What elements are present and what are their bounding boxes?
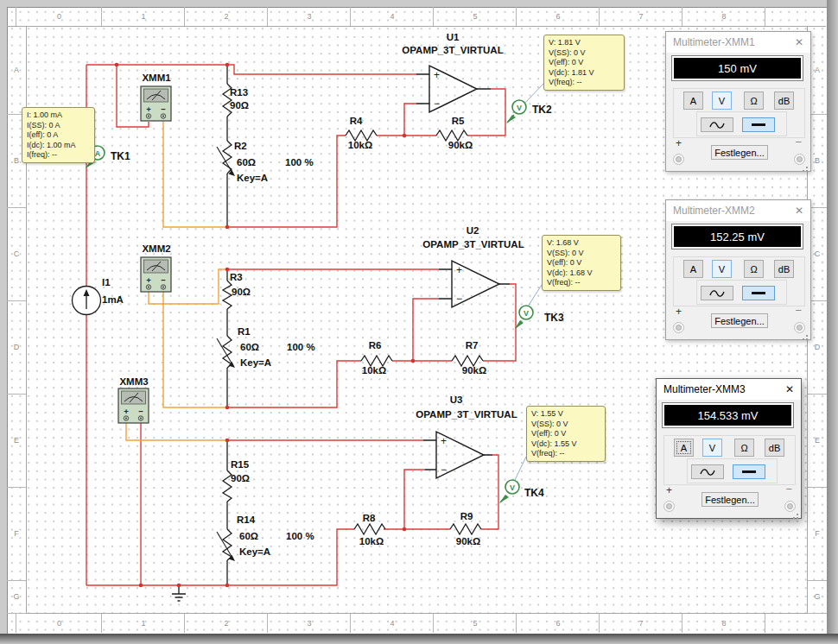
probe-tk2[interactable]: V TK2 (506, 100, 552, 123)
annotation-line: I(freq): -- (27, 150, 90, 161)
svg-text:R8: R8 (363, 513, 376, 523)
svg-text:100 %: 100 % (287, 342, 315, 352)
svg-text:90Ω: 90Ω (230, 100, 249, 110)
svg-text:U2: U2 (467, 225, 479, 236)
close-icon[interactable]: ✕ (795, 36, 803, 48)
svg-text:10kΩ: 10kΩ (348, 140, 372, 150)
multimeter-panel-3: Multimeter-XMM3 ✕ 154.533 mV AVΩdB + − F… (656, 378, 802, 519)
mode-voltage-button[interactable]: V (702, 439, 722, 457)
mode-resistance-button[interactable]: Ω (744, 260, 764, 278)
multimeter-symbol-xmm2[interactable]: XMM2 + − (141, 243, 171, 292)
dc-mode-button[interactable] (742, 117, 775, 132)
annotation-line: V: 1.55 V (531, 409, 600, 420)
probe-annotation-tk3[interactable]: V: 1.68 VV(SS): 0 VV(eff): 0 VV(dc): 1.6… (542, 235, 621, 291)
mode-resistance-button[interactable]: Ω (734, 439, 754, 457)
svg-text:−: − (456, 293, 462, 305)
annotation-line: I(eff): 0 A (27, 130, 90, 141)
multimeter-symbol-xmm1[interactable]: XMM1 + − (141, 73, 171, 121)
svg-text:60Ω: 60Ω (240, 342, 259, 352)
set-button[interactable]: Festlegen... (711, 145, 768, 160)
annotation-line: V(freq): -- (531, 449, 600, 459)
svg-text:OPAMP_3T_VIRTUAL: OPAMP_3T_VIRTUAL (422, 239, 524, 249)
mode-resistance-button[interactable]: Ω (744, 92, 764, 110)
svg-text:100 %: 100 % (286, 531, 314, 541)
resistor-r7[interactable]: R7 90kΩ (452, 340, 486, 376)
panel-titlebar[interactable]: Multimeter-XMM3 ✕ (657, 379, 801, 400)
mode-current-button[interactable]: A (674, 439, 694, 457)
mode-decibel-button[interactable]: dB (774, 260, 794, 278)
svg-text:U1: U1 (447, 32, 460, 42)
dc-line-icon (742, 470, 756, 473)
mode-current-button[interactable]: A (683, 260, 703, 278)
meter-reading: 150 mV (718, 62, 757, 75)
opamp-u2[interactable]: + − U2 OPAMP_3T_VIRTUAL (422, 225, 524, 307)
meter-display: 152.25 mV (671, 224, 803, 249)
svg-text:XMM3: XMM3 (119, 376, 148, 387)
probe-annotation-tk1[interactable]: I: 1.00 mAI(SS): 0 AI(eff): 0 AI(dc): 1.… (22, 107, 95, 163)
dc-line-icon (752, 123, 765, 126)
negative-terminal-label: − (795, 136, 802, 148)
svg-text:A: A (95, 149, 101, 158)
resistor-r9[interactable]: R9 90kΩ (450, 511, 481, 546)
ground-symbol[interactable] (172, 585, 186, 601)
potentiometer-r14[interactable]: R14 60Ω Key=A 100 % (217, 515, 314, 584)
ac-mode-button[interactable] (701, 117, 733, 132)
ac-wave-icon (709, 289, 725, 298)
panel-titlebar[interactable]: Multimeter-XMM1 ✕ (666, 32, 810, 53)
resistor-r8[interactable]: R8 10kΩ (354, 513, 385, 546)
potentiometer-r1[interactable]: R1 60Ω Key=A 100 % (217, 326, 315, 406)
annotation-line: V: 1.68 V (547, 238, 616, 249)
multimeter-panel-2: Multimeter-XMM2 ✕ 152.25 mV AVΩdB + − Fe… (665, 199, 811, 340)
resize-grip[interactable] (797, 514, 798, 515)
mode-voltage-button[interactable]: V (712, 260, 732, 278)
panel-titlebar[interactable]: Multimeter-XMM2 ✕ (666, 200, 810, 221)
probe-annotation-tk4[interactable]: V: 1.55 VV(SS): 0 VV(eff): 0 VV(dc): 1.5… (526, 406, 606, 462)
resistor-r5[interactable]: R5 90kΩ (436, 116, 473, 150)
svg-text:TK1: TK1 (111, 150, 130, 162)
multimeter-symbol-xmm3[interactable]: XMM3 + − (118, 376, 149, 423)
mode-decibel-button[interactable]: dB (765, 439, 784, 457)
svg-text:R2: R2 (234, 141, 247, 151)
resistor-r6[interactable]: R6 10kΩ (361, 340, 392, 376)
probe-tk3[interactable]: V TK3 (515, 306, 564, 329)
mode-current-button[interactable]: A (683, 92, 703, 110)
svg-text:+: + (456, 264, 462, 276)
svg-text:XMM2: XMM2 (142, 243, 170, 254)
resize-grip[interactable] (806, 167, 808, 168)
probe-annotation-tk2[interactable]: V: 1.81 VV(SS): 0 VV(eff): 0 VV(dc): 1.8… (543, 35, 625, 91)
annotation-line: V(SS): 0 V (547, 249, 616, 259)
svg-text:−: − (441, 464, 447, 476)
close-icon[interactable]: ✕ (795, 205, 803, 217)
negative-terminal (784, 501, 796, 512)
svg-text:10kΩ: 10kΩ (359, 536, 384, 546)
resistor-r13[interactable]: R13 90Ω (223, 65, 249, 141)
negative-terminal-label: − (795, 304, 802, 317)
ac-mode-button[interactable] (701, 286, 733, 300)
svg-text:90kΩ: 90kΩ (456, 536, 480, 546)
mode-decibel-button[interactable]: dB (774, 92, 794, 110)
svg-text:I1: I1 (102, 277, 111, 287)
svg-text:1mA: 1mA (102, 294, 124, 305)
set-button[interactable]: Festlegen... (702, 492, 759, 507)
meter-display: 150 mV (671, 55, 803, 81)
svg-text:Key=A: Key=A (239, 546, 270, 557)
dc-mode-button[interactable] (742, 286, 775, 300)
probe-tk4[interactable]: V TK4 (499, 480, 544, 503)
resize-grip[interactable] (806, 335, 808, 337)
ac-mode-button[interactable] (691, 464, 724, 479)
mode-voltage-button[interactable]: V (712, 92, 732, 110)
opamp-u3[interactable]: + − U3 OPAMP_3T_VIRTUAL (416, 395, 517, 478)
close-icon[interactable]: ✕ (785, 383, 794, 395)
multimeter-panel-1: Multimeter-XMM1 ✕ 150 mV AVΩdB + − Festl… (665, 31, 811, 172)
svg-text:10kΩ: 10kΩ (362, 365, 386, 376)
annotation-line: V: 1.81 V (549, 38, 619, 48)
dc-mode-button[interactable] (733, 464, 765, 479)
potentiometer-r2[interactable]: R2 60Ω Key=A 100 % (217, 141, 314, 225)
set-button[interactable]: Festlegen... (711, 313, 768, 328)
negative-terminal (794, 322, 805, 333)
resistor-r4[interactable]: R4 10kΩ (346, 116, 377, 150)
opamp-u1[interactable]: + − U1 OPAMP_3T_VIRTUAL (402, 32, 503, 112)
dc-line-icon (752, 292, 765, 294)
svg-text:R9: R9 (460, 511, 473, 521)
current-source-i1[interactable]: I1 1mA (73, 277, 124, 315)
